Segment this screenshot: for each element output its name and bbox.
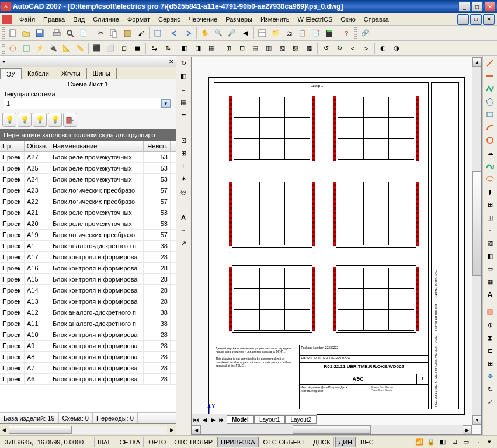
pan-button[interactable]: ✋	[199, 27, 211, 40]
tab-buses[interactable]: Шины	[86, 68, 117, 79]
table-row[interactable]: ПроекA19Блок логических преобразо57	[0, 230, 176, 241]
cline-button[interactable]	[484, 70, 496, 82]
ep-2-button[interactable]	[20, 42, 33, 55]
group-hint[interactable]: Перетащите заголовок колонки сюда для гр…	[0, 129, 176, 141]
spline-button[interactable]	[484, 159, 496, 172]
color-button[interactable]: ▦	[177, 95, 190, 108]
tab-layout1[interactable]: Layout1	[254, 415, 286, 424]
paste-button[interactable]	[121, 27, 134, 40]
restore-button[interactable]: □	[471, 1, 483, 12]
close-button[interactable]: ✕	[484, 1, 496, 12]
table-row[interactable]: ПроекA10Блок контроля и формирова28	[0, 329, 176, 341]
osnap-button[interactable]: ◎	[177, 185, 190, 198]
rect-button[interactable]	[484, 108, 496, 121]
tab-next-icon[interactable]: ▶	[209, 416, 217, 423]
polar-toggle[interactable]: ОТС-ПОЛЯР	[171, 437, 216, 447]
scroll-right-icon[interactable]: ▶	[168, 427, 176, 433]
zoom-window-button[interactable]: 🔎	[225, 27, 238, 40]
ellipsearc-button[interactable]: ◗	[484, 185, 496, 198]
properties-button[interactable]	[256, 27, 269, 40]
ep-1-button[interactable]	[6, 42, 19, 55]
menu-file[interactable]: Файл	[15, 15, 39, 24]
publish-button[interactable]: 📄	[77, 27, 90, 40]
ep-16-button[interactable]: ⊞	[222, 42, 235, 55]
ep-29-button[interactable]: ☰	[404, 42, 416, 55]
table-row[interactable]: ПроекA9Блок контроля и формирова28	[0, 341, 176, 352]
dpsk-toggle[interactable]: ДПСК	[310, 437, 334, 447]
dcenter-button[interactable]: 📁	[269, 27, 282, 40]
regen-button[interactable]: ↻	[177, 57, 190, 70]
ep-11-button[interactable]: ⇆	[148, 42, 161, 55]
matchprop-button[interactable]: 🖌	[134, 27, 147, 40]
table-row[interactable]: ПроекA25Блок реле промежуточных53	[0, 163, 176, 174]
ep-17-button[interactable]: ⊟	[235, 42, 248, 55]
line-button[interactable]	[484, 57, 496, 70]
scroll-down-button[interactable]: ▼	[472, 415, 482, 425]
grip-icon[interactable]	[2, 43, 5, 54]
layer-button[interactable]: ◧	[177, 70, 190, 82]
hatch-button[interactable]: ▨	[484, 237, 496, 249]
ep-4-button[interactable]: 🔌	[47, 42, 60, 55]
minimize-button[interactable]: _	[458, 1, 470, 12]
mdi-restore-button[interactable]: □	[470, 14, 482, 25]
tab-prev-icon[interactable]: ◀	[201, 416, 209, 423]
markup-button[interactable]: 📑	[310, 27, 322, 40]
point-button[interactable]: ·	[484, 224, 496, 237]
region-button[interactable]: ▭	[484, 262, 496, 275]
ep-5-button[interactable]: 📐	[60, 42, 73, 55]
ep-24-button[interactable]: ↻	[333, 42, 346, 55]
table-row[interactable]: ПроекA1Блок аналого-дискретного п38	[0, 241, 176, 252]
coordinates[interactable]: 378.9645, -16.0599, 0.0000	[0, 439, 93, 446]
menu-merge[interactable]: Слияние	[89, 15, 123, 24]
copy-obj-button[interactable]: ⊕	[484, 318, 496, 331]
open-button[interactable]	[20, 27, 33, 40]
preview-button[interactable]	[64, 27, 77, 40]
ep-8-button[interactable]: ⬜	[104, 42, 117, 55]
setmgr-button[interactable]: 📋	[296, 27, 309, 40]
mdi-minimize-button[interactable]: _	[457, 14, 469, 25]
scroll-left-icon[interactable]: ◀	[0, 427, 8, 433]
ep-6-button[interactable]: 📏	[74, 42, 86, 55]
gradient-button[interactable]: ◧	[484, 249, 496, 262]
bulb-all-button[interactable]: 💡	[48, 113, 62, 127]
rotate-button[interactable]: ↻	[484, 383, 496, 395]
zoom-prev-button[interactable]: ◀	[239, 27, 252, 40]
otrack-toggle[interactable]: ОТС-ОБЪЕКТ	[260, 437, 308, 447]
table-row[interactable]: ПроекA23Блок логических преобразо57	[0, 185, 176, 196]
ep-19-button[interactable]: ▥	[262, 42, 275, 55]
ltype-button[interactable]: ≡	[177, 82, 190, 95]
tab-first-icon[interactable]: ⏮	[192, 416, 201, 423]
ep-18-button[interactable]: ▤	[249, 42, 262, 55]
ep-21-button[interactable]: ▨	[289, 42, 302, 55]
table-button[interactable]: ▦	[484, 275, 496, 288]
bulb-on-button[interactable]: 💡	[2, 113, 16, 127]
help-button[interactable]: ?	[340, 27, 353, 40]
grid-toggle[interactable]: СЕТКА	[116, 437, 144, 447]
offset-button[interactable]: ⊏	[484, 344, 496, 357]
col-name[interactable]: Наименование	[50, 141, 144, 151]
ep-13-button[interactable]: ◧	[178, 42, 191, 55]
snap-button[interactable]: ⊡	[177, 134, 190, 147]
tab-last-icon[interactable]: ⏭	[217, 416, 227, 423]
pline-button[interactable]	[484, 82, 496, 95]
undo-button[interactable]	[168, 27, 181, 40]
scroll-up-button[interactable]: ▲	[472, 57, 482, 67]
ep-20-button[interactable]: ▧	[276, 42, 289, 55]
ep-23-button[interactable]: ↺	[319, 42, 332, 55]
arc-button[interactable]	[484, 121, 496, 134]
ep-14-button[interactable]: ◨	[192, 42, 204, 55]
menu-welectrics[interactable]: W-ElectriCS	[294, 15, 337, 24]
panel-close-icon[interactable]: ✕	[169, 58, 173, 65]
col-project[interactable]: Пр↓	[0, 141, 25, 151]
ellipse-button[interactable]	[484, 172, 496, 185]
drawing-viewport[interactable]: Шкаф 1 Данный чертёж по пер	[191, 57, 482, 435]
traymenu-icon[interactable]: ▾	[484, 437, 495, 447]
zoom-realtime-button[interactable]: 🔍	[212, 27, 225, 40]
bulb-off-button[interactable]: 💡	[33, 113, 47, 127]
tab-layout2[interactable]: Layout2	[285, 415, 317, 424]
mdi-close-button[interactable]: ✕	[483, 14, 495, 25]
grip-icon[interactable]	[2, 27, 5, 39]
ep-22-button[interactable]: ▩	[303, 42, 315, 55]
table-row[interactable]: ПроекA16Блок контроля и формирова28	[0, 263, 176, 274]
tray3-icon[interactable]: ▭	[461, 437, 471, 447]
